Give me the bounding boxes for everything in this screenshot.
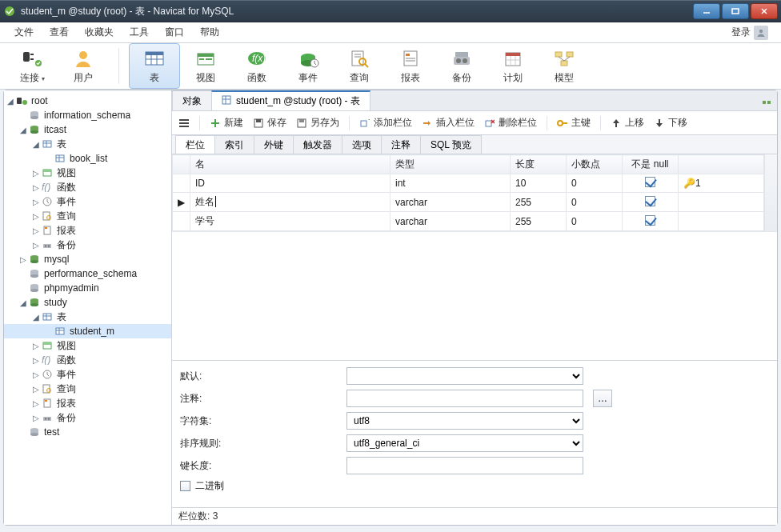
window-close-button[interactable] (751, 3, 778, 19)
svg-rect-34 (406, 54, 410, 56)
svg-rect-42 (506, 53, 520, 56)
svg-rect-2 (732, 9, 739, 14)
menubar: 文件 查看 收藏夹 工具 窗口 帮助 登录 (0, 22, 781, 43)
svg-rect-18 (199, 58, 204, 60)
window-title: student_m @study (root) - 表 - Navicat fo… (21, 5, 691, 18)
window-minimize-button[interactable] (693, 3, 720, 19)
svg-rect-40 (455, 52, 468, 57)
svg-rect-48 (561, 61, 567, 66)
toolbar-event[interactable]: 事件 (282, 43, 334, 89)
svg-rect-46 (555, 52, 562, 57)
menu-file[interactable]: 文件 (6, 22, 42, 42)
svg-point-10 (79, 51, 87, 59)
view-icon (193, 47, 218, 70)
app-icon (3, 5, 16, 18)
toolbar-query[interactable]: 查询 (334, 43, 385, 89)
toolbar-view[interactable]: 视图 (180, 43, 231, 89)
user-icon (70, 47, 96, 70)
avatar-icon (754, 26, 768, 40)
toolbar-fx[interactable]: f(x)函数 (231, 43, 282, 89)
menu-fav[interactable]: 收藏夹 (77, 22, 122, 42)
toolbar-table[interactable]: 表 (129, 43, 180, 89)
toolbar-schedule[interactable]: 计划 (487, 43, 539, 89)
toolbar-connection[interactable]: 连接▾ (6, 43, 58, 89)
svg-rect-47 (567, 52, 573, 57)
schedule-icon (500, 47, 526, 70)
login-button[interactable]: 登录 (725, 22, 775, 43)
svg-rect-19 (206, 58, 212, 60)
svg-line-50 (564, 57, 570, 61)
table-icon (142, 47, 167, 70)
report-icon (398, 47, 423, 70)
svg-rect-6 (23, 52, 30, 62)
backup-icon (449, 47, 475, 70)
event-icon (295, 47, 321, 70)
toolbar-backup[interactable]: 备份 (436, 43, 487, 89)
svg-text:f(x): f(x) (252, 53, 266, 64)
svg-rect-7 (30, 54, 34, 55)
toolbar-user[interactable]: 用户 (58, 43, 109, 89)
menu-view[interactable]: 查看 (42, 22, 77, 42)
svg-line-49 (559, 57, 564, 61)
menu-help[interactable]: 帮助 (192, 22, 227, 42)
svg-point-38 (456, 58, 461, 63)
svg-point-5 (759, 29, 763, 32)
svg-rect-17 (198, 54, 214, 57)
svg-rect-8 (30, 58, 34, 60)
plug-icon (19, 47, 45, 70)
toolbar-user-label: 用户 (74, 71, 93, 85)
window-titlebar: student_m @study (root) - 表 - Navicat fo… (0, 0, 781, 22)
toolbar-report[interactable]: 报表 (385, 43, 436, 89)
menu-tools[interactable]: 工具 (122, 22, 157, 42)
window-maximize-button[interactable] (722, 3, 749, 19)
toolbar-connection-label: 连接▾ (20, 71, 45, 85)
login-label: 登录 (731, 26, 751, 39)
toolbar-model[interactable]: 模型 (539, 43, 590, 89)
svg-point-0 (5, 6, 14, 16)
svg-point-39 (463, 58, 467, 63)
menu-window[interactable]: 窗口 (157, 22, 192, 42)
svg-rect-12 (146, 52, 163, 55)
main-toolbar: 连接▾ 用户 表视图f(x)函数事件查询报表备份计划模型 (0, 43, 781, 90)
query-icon (346, 47, 372, 70)
svg-line-32 (365, 64, 368, 67)
model-icon (551, 47, 577, 70)
fx-icon: f(x) (244, 47, 270, 70)
